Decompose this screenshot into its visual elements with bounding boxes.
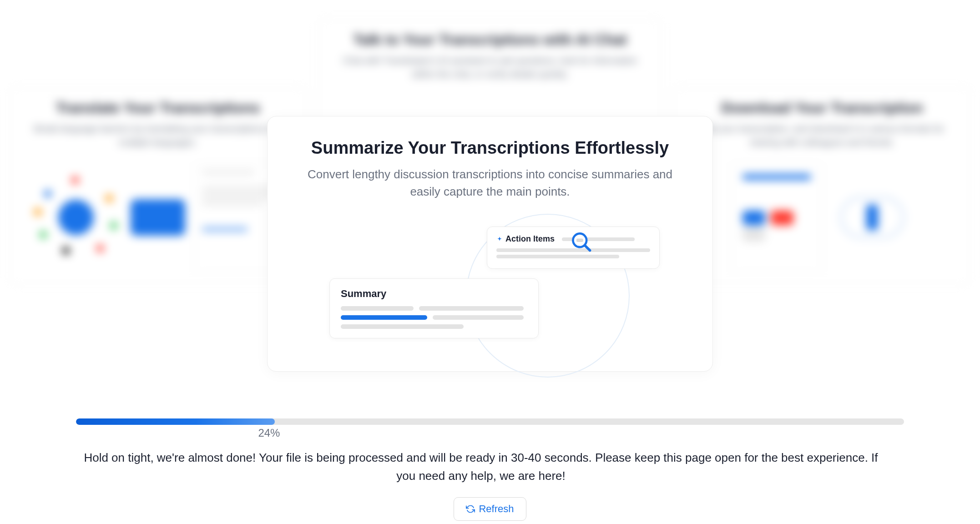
bg-card-download: Download Your Transcription Edit your tr…	[672, 86, 972, 285]
sparkle-icon	[496, 236, 503, 242]
bg-card-ai-chat-desc: Chat with Transkriptor's AI assistant to…	[336, 54, 644, 81]
main-card-subtitle: Convert lengthy discussion transcription…	[303, 166, 677, 200]
bg-card-translate: Translate Your Transcriptions Break lang…	[8, 86, 308, 285]
magnifier-icon	[569, 229, 594, 255]
svg-rect-1	[576, 239, 583, 242]
bg-card-download-title: Download Your Transcription	[691, 100, 954, 116]
progress-percent-label: 24%	[258, 427, 280, 439]
translate-illustration	[26, 163, 289, 272]
bg-card-translate-desc: Break language barriers by translating y…	[26, 122, 289, 149]
refresh-button[interactable]: Refresh	[454, 497, 526, 521]
svg-line-2	[585, 246, 590, 251]
main-feature-card: Summarize Your Transcriptions Effortless…	[267, 116, 713, 372]
progress-section: 24% Hold on tight, we're almost done! Yo…	[76, 418, 904, 521]
refresh-icon	[466, 504, 475, 514]
summarize-illustration: Action Items Summary	[293, 218, 687, 346]
download-illustration	[691, 163, 954, 272]
bg-card-translate-title: Translate Your Transcriptions	[26, 100, 289, 116]
main-card-title: Summarize Your Transcriptions Effortless…	[293, 138, 687, 158]
summary-label: Summary	[341, 288, 527, 300]
progress-bar	[76, 418, 904, 425]
progress-bar-fill	[76, 418, 275, 425]
bg-card-download-desc: Edit your transcription, and download it…	[691, 122, 954, 149]
bg-card-ai-chat-title: Talk to Your Transcriptions with AI Chat	[336, 31, 644, 48]
summary-preview: Summary	[329, 278, 539, 338]
status-message: Hold on tight, we're almost done! Your f…	[76, 448, 886, 485]
refresh-button-label: Refresh	[479, 503, 514, 515]
action-items-label: Action Items	[505, 234, 555, 244]
